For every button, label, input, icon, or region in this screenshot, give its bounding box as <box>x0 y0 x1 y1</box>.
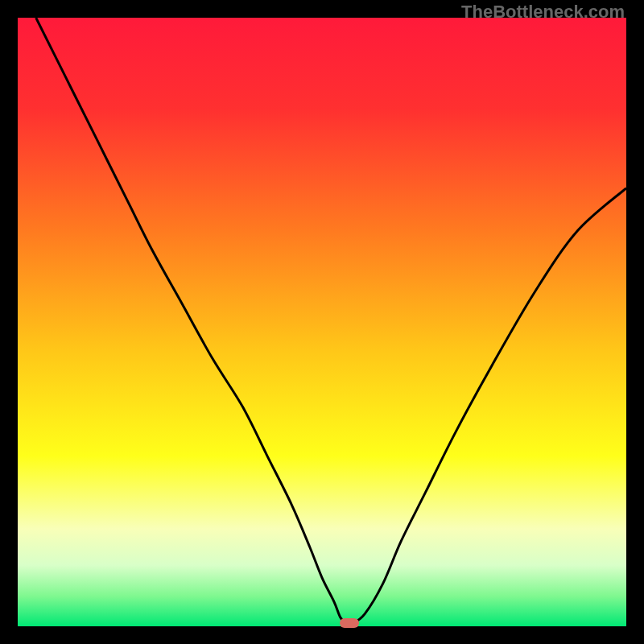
bottleneck-curve <box>18 18 626 626</box>
chart-container: TheBottleneck.com <box>0 0 644 644</box>
plot-area <box>18 18 626 626</box>
optimum-marker <box>340 618 359 628</box>
attribution-text: TheBottleneck.com <box>461 2 625 23</box>
